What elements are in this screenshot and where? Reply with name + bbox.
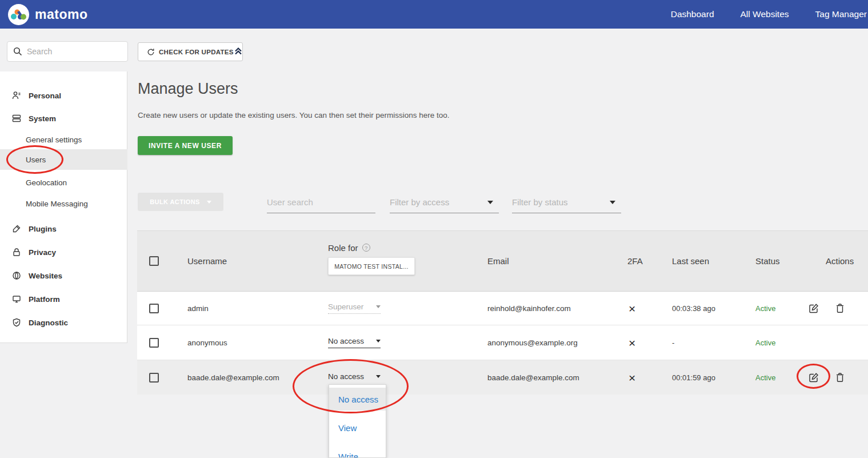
email-cell: anonymous@example.org xyxy=(487,325,578,360)
check-for-updates-button[interactable]: CHECK FOR UPDATES xyxy=(138,42,243,61)
sidebar-item-platform[interactable]: Platform xyxy=(0,289,127,309)
table-row-baade-dale: baade.dale@example.com No access baade.d… xyxy=(137,360,868,395)
role-select-disabled[interactable]: Superuser xyxy=(328,302,381,314)
sidebar-item-personal[interactable]: Personal xyxy=(0,85,127,106)
status-badge: Active xyxy=(755,292,775,325)
chevron-down-icon xyxy=(376,340,381,342)
role-value: Superuser xyxy=(328,302,363,311)
user-search-field xyxy=(267,192,375,213)
lock-icon xyxy=(12,248,22,257)
sidebar-item-geolocation[interactable]: Geolocation xyxy=(0,172,127,193)
server-stack-icon xyxy=(12,114,22,123)
edit-user-icon[interactable] xyxy=(809,303,819,313)
sidebar-item-mobile-messaging[interactable]: Mobile Messaging xyxy=(0,193,127,214)
matomo-logo-icon xyxy=(8,4,29,25)
dropdown-option-write[interactable]: Write xyxy=(329,445,386,458)
select-all-checkbox[interactable] xyxy=(149,256,159,266)
row-checkbox[interactable] xyxy=(149,338,159,348)
dropdown-option-view[interactable]: View xyxy=(329,416,386,439)
collapse-chevrons-icon[interactable] xyxy=(233,46,245,57)
sidebar-item-label: Mobile Messaging xyxy=(26,200,88,208)
help-icon[interactable]: ? xyxy=(362,244,370,252)
delete-user-icon[interactable] xyxy=(835,372,845,383)
row-checkbox[interactable] xyxy=(149,373,159,383)
username-cell: anonymous xyxy=(187,325,227,360)
sidebar-item-label: Personal xyxy=(29,91,61,100)
admin-sidebar: Personal System General settings Users G… xyxy=(0,71,127,343)
role-select-open[interactable]: No access xyxy=(328,372,381,383)
role-value: No access xyxy=(328,337,364,345)
chevron-down-icon xyxy=(610,201,615,204)
role-site-selector-button[interactable]: MATOMO TEST INSTAL... xyxy=(328,257,415,275)
page-title: Manage Users xyxy=(138,80,238,98)
sidebar-item-label: Platform xyxy=(29,295,60,304)
navbar-links: Dashboard All Websites Tag Manager xyxy=(671,0,868,29)
row-checkbox[interactable] xyxy=(149,304,159,313)
nav-tag-manager[interactable]: Tag Manager xyxy=(815,9,867,19)
sidebar-item-label: Geolocation xyxy=(26,178,67,187)
last-seen-cell: 00:01:59 ago xyxy=(672,360,715,395)
col-status: Status xyxy=(755,231,780,291)
delete-user-icon[interactable] xyxy=(835,303,845,313)
sidebar-item-privacy[interactable]: Privacy xyxy=(0,242,127,262)
sidebar-item-label: Plugins xyxy=(29,225,57,233)
col-2fa: 2FA xyxy=(627,231,643,291)
users-table: Username Role for ? MATOMO TEST INSTAL..… xyxy=(137,230,868,395)
role-dropdown-menu: No access View Write xyxy=(329,384,386,458)
filter-by-status-select[interactable]: Filter by status xyxy=(512,192,621,213)
status-badge: Active xyxy=(755,360,775,395)
col-email: Email xyxy=(487,231,509,291)
role-select[interactable]: No access xyxy=(328,337,381,348)
page-description: Create new users or update the existing … xyxy=(138,111,450,120)
col-role-for-label: Role for xyxy=(328,243,358,253)
nav-all-websites[interactable]: All Websites xyxy=(741,9,789,19)
globe-icon xyxy=(12,271,22,280)
chevron-down-icon xyxy=(376,375,381,378)
email-cell: reinhold@kainhofer.com xyxy=(487,292,571,325)
sidebar-item-label: General settings xyxy=(26,136,82,144)
sidebar-search xyxy=(7,41,128,62)
col-role-for: Role for ? xyxy=(328,241,370,254)
last-seen-cell: 00:03:38 ago xyxy=(672,292,715,325)
sidebar-item-label: Websites xyxy=(29,272,62,280)
col-actions: Actions xyxy=(826,231,854,291)
sidebar-item-general-settings[interactable]: General settings xyxy=(0,129,127,150)
brand-name: matomo xyxy=(35,7,87,22)
twofa-disabled-x: × xyxy=(629,360,635,395)
sidebar-item-plugins[interactable]: Plugins xyxy=(0,218,127,239)
filter-by-status-label: Filter by status xyxy=(512,197,568,207)
search-input[interactable] xyxy=(27,47,113,56)
table-row-admin: admin Superuser reinhold@kainhofer.com ×… xyxy=(137,292,868,325)
sidebar-item-websites[interactable]: Websites xyxy=(0,265,127,286)
invite-new-user-button[interactable]: INVITE A NEW USER xyxy=(138,136,233,155)
sidebar-item-diagnostic[interactable]: Diagnostic xyxy=(0,312,127,333)
person-icon xyxy=(12,91,22,100)
filter-by-access-select[interactable]: Filter by access xyxy=(390,192,499,213)
twofa-disabled-x: × xyxy=(629,292,635,325)
refresh-icon xyxy=(147,48,155,56)
check-for-updates-label: CHECK FOR UPDATES xyxy=(159,49,234,55)
chevron-down-icon xyxy=(487,201,493,204)
monitor-icon xyxy=(12,294,22,304)
username-cell: admin xyxy=(187,292,209,325)
twofa-disabled-x: × xyxy=(629,325,635,360)
matomo-brand[interactable]: matomo xyxy=(8,4,87,25)
search-icon xyxy=(13,47,22,56)
top-navbar: matomo Dashboard All Websites Tag Manage… xyxy=(0,0,868,29)
sidebar-item-label: System xyxy=(29,114,56,123)
users-table-header: Username Role for ? MATOMO TEST INSTAL..… xyxy=(137,230,868,292)
sidebar-item-label: Diagnostic xyxy=(29,318,68,327)
bulk-actions-button[interactable]: BULK ACTIONS xyxy=(138,193,223,211)
shield-check-icon xyxy=(12,318,22,327)
user-search-input[interactable] xyxy=(267,197,375,207)
dropdown-option-no-access[interactable]: No access xyxy=(329,388,386,411)
col-last-seen: Last seen xyxy=(672,231,709,291)
sidebar-item-system[interactable]: System xyxy=(0,108,127,129)
status-badge: Active xyxy=(755,325,775,360)
nav-dashboard[interactable]: Dashboard xyxy=(671,9,714,19)
sidebar-item-users[interactable]: Users xyxy=(0,149,127,170)
last-seen-cell: - xyxy=(672,325,674,360)
chevron-down-icon xyxy=(207,201,211,204)
edit-user-icon[interactable] xyxy=(809,372,819,383)
role-value: No access xyxy=(328,372,364,381)
